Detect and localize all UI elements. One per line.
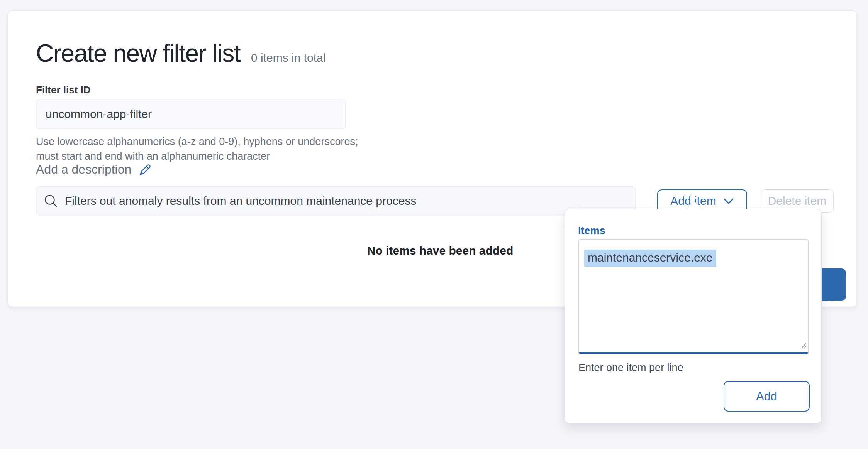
search-field — [36, 186, 636, 215]
pencil-icon — [137, 163, 152, 177]
add-item-popover: Items maintenanceservice.exe Enter one i… — [565, 209, 822, 423]
add-description-label: Add a description — [36, 162, 131, 177]
page: Create new filter list 0 items in total … — [0, 0, 868, 449]
chevron-down-icon — [723, 198, 734, 204]
filter-list-id-help: Use lowercase alphanumerics (a-z and 0-9… — [36, 134, 360, 164]
textarea-focus-underline — [579, 352, 808, 354]
popover-add-button[interactable]: Add — [724, 381, 810, 412]
items-count-text: 0 items in total — [251, 51, 326, 64]
search-input[interactable] — [65, 187, 635, 215]
selected-text: maintenanceservice.exe — [584, 250, 716, 267]
add-description-link[interactable]: Add a description — [36, 162, 152, 177]
popover-title: Items — [578, 225, 605, 237]
resize-handle-icon[interactable] — [800, 338, 807, 351]
popover-add-button-label: Add — [756, 390, 777, 403]
delete-item-button-label: Delete item — [768, 194, 827, 208]
search-icon — [44, 194, 58, 208]
items-textarea[interactable]: maintenanceservice.exe — [578, 239, 809, 354]
popover-help-text: Enter one item per line — [578, 362, 683, 374]
page-title: Create new filter list — [36, 41, 240, 66]
filter-list-id-input[interactable] — [36, 100, 346, 129]
filter-list-id-label: Filter list ID — [36, 84, 91, 96]
card-header: Create new filter list 0 items in total — [36, 41, 326, 66]
